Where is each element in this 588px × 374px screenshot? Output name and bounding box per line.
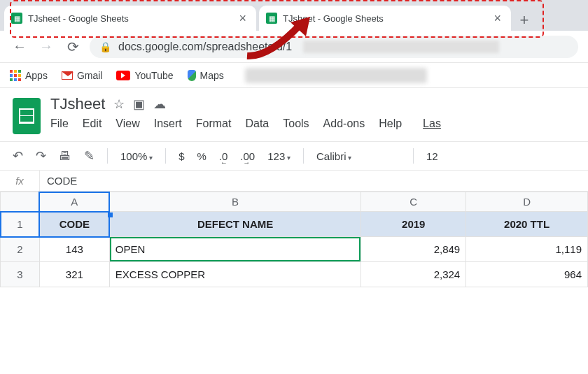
number-format-dropdown[interactable]: 123 bbox=[267, 150, 290, 162]
increase-decimal-button[interactable]: .00→ bbox=[240, 150, 255, 162]
menu-data[interactable]: Data bbox=[245, 117, 269, 130]
column-header[interactable]: D bbox=[466, 192, 588, 212]
reload-button[interactable]: ⟳ bbox=[63, 38, 83, 55]
fx-label: fx bbox=[0, 175, 39, 187]
browser-tab[interactable]: ▦ TJsheet - Google Sheets × bbox=[4, 6, 256, 31]
gmail-icon bbox=[62, 71, 73, 80]
menu-format[interactable]: Format bbox=[196, 117, 232, 130]
sheets-favicon-icon: ▦ bbox=[266, 13, 277, 24]
tab-title: TJsheet - Google Sheets bbox=[28, 13, 129, 24]
address-bar-row: ← → ⟳ 🔒 docs.google.com/spreadsheets/d/1 bbox=[0, 31, 588, 63]
menu-insert[interactable]: Insert bbox=[154, 117, 182, 130]
column-header[interactable]: C bbox=[361, 192, 466, 212]
tab-title: TJsheet - Google Sheets bbox=[283, 13, 384, 24]
formula-bar: fx CODE bbox=[0, 171, 588, 192]
row-header[interactable]: 3 bbox=[1, 262, 40, 287]
column-header[interactable]: B bbox=[109, 192, 361, 212]
cell[interactable]: 2019 bbox=[361, 212, 466, 237]
menu-bar: File Edit View Insert Format Data Tools … bbox=[50, 117, 575, 130]
last-edit-link[interactable]: Las bbox=[423, 117, 441, 130]
cell[interactable]: 964 bbox=[466, 262, 588, 287]
print-icon[interactable]: 🖶 bbox=[59, 149, 71, 164]
youtube-bookmark[interactable]: YouTube bbox=[116, 70, 173, 81]
apps-bookmark[interactable]: Apps bbox=[10, 70, 48, 81]
cell[interactable]: 2,849 bbox=[361, 237, 466, 262]
apps-icon bbox=[10, 70, 21, 81]
maps-icon bbox=[188, 70, 196, 81]
toolbar: ↶ ↷ 🖶 ✎ 100% $ % .0← .00→ 123 Calibri 12 bbox=[0, 141, 588, 171]
move-folder-icon[interactable]: ▣ bbox=[133, 96, 145, 112]
redo-icon[interactable]: ↷ bbox=[36, 148, 46, 164]
browser-tab-strip: ▦ TJsheet - Google Sheets × ▦ TJsheet - … bbox=[0, 0, 588, 31]
selection-handle[interactable] bbox=[108, 213, 113, 217]
font-size-input[interactable]: 12 bbox=[426, 150, 438, 162]
font-dropdown[interactable]: Calibri bbox=[316, 150, 400, 162]
formula-input[interactable]: CODE bbox=[40, 175, 77, 187]
address-bar[interactable]: 🔒 docs.google.com/spreadsheets/d/1 bbox=[90, 36, 578, 58]
url-text: docs.google.com/spreadsheets/d/1 bbox=[118, 41, 292, 53]
lock-icon: 🔒 bbox=[99, 41, 111, 52]
gmail-bookmark[interactable]: Gmail bbox=[62, 70, 103, 81]
cell[interactable]: 2020 TTL bbox=[466, 212, 588, 237]
maps-bookmark[interactable]: Maps bbox=[188, 70, 224, 81]
close-icon[interactable]: × bbox=[491, 11, 504, 26]
sheets-favicon-icon: ▦ bbox=[11, 13, 22, 24]
cell[interactable]: CODE bbox=[39, 212, 109, 237]
cell[interactable]: 143 bbox=[39, 237, 109, 262]
select-all-corner[interactable] bbox=[1, 192, 40, 212]
column-header[interactable]: A bbox=[39, 192, 109, 212]
table-row: 1 CODE DEFECT NAME 2019 2020 TTL bbox=[1, 212, 588, 237]
url-obscured bbox=[303, 41, 499, 53]
browser-tab[interactable]: ▦ TJsheet - Google Sheets × bbox=[259, 6, 511, 31]
bookmarks-obscured bbox=[245, 68, 427, 83]
spreadsheet-grid[interactable]: A B C D 1 CODE DEFECT NAME 2019 2020 TTL… bbox=[0, 192, 588, 287]
undo-icon[interactable]: ↶ bbox=[13, 148, 23, 164]
row-header[interactable]: 2 bbox=[1, 237, 40, 262]
row-header[interactable]: 1 bbox=[1, 212, 40, 237]
table-row: 3 321 EXCESS COPPER 2,324 964 bbox=[1, 262, 588, 287]
decrease-decimal-button[interactable]: .0← bbox=[219, 150, 228, 162]
menu-file[interactable]: File bbox=[50, 117, 69, 130]
cell[interactable]: EXCESS COPPER bbox=[109, 262, 361, 287]
cell[interactable]: 321 bbox=[39, 262, 109, 287]
cloud-status-icon[interactable]: ☁ bbox=[153, 96, 166, 112]
paint-format-icon[interactable]: ✎ bbox=[84, 148, 94, 164]
sheets-logo-icon[interactable] bbox=[13, 98, 41, 134]
menu-edit[interactable]: Edit bbox=[83, 117, 102, 130]
youtube-icon bbox=[116, 71, 130, 80]
bookmarks-bar: Apps Gmail YouTube Maps bbox=[0, 63, 588, 88]
close-icon[interactable]: × bbox=[236, 11, 249, 26]
forward-button[interactable]: → bbox=[36, 38, 56, 55]
cell[interactable]: 1,119 bbox=[466, 237, 588, 262]
star-icon[interactable]: ☆ bbox=[113, 96, 125, 112]
menu-addons[interactable]: Add-ons bbox=[323, 117, 365, 130]
menu-help[interactable]: Help bbox=[379, 117, 402, 130]
zoom-dropdown[interactable]: 100% bbox=[120, 150, 153, 162]
doc-title[interactable]: TJsheet bbox=[50, 95, 105, 113]
table-row: 2 143 OPEN 2,849 1,119 bbox=[1, 237, 588, 262]
menu-tools[interactable]: Tools bbox=[283, 117, 309, 130]
doc-header: TJsheet ☆ ▣ ☁ File Edit View Insert Form… bbox=[0, 88, 588, 138]
currency-button[interactable]: $ bbox=[178, 150, 184, 162]
menu-view[interactable]: View bbox=[115, 117, 139, 130]
cell[interactable]: 2,324 bbox=[361, 262, 466, 287]
cell-active[interactable]: OPEN bbox=[109, 237, 361, 262]
percent-button[interactable]: % bbox=[197, 150, 206, 162]
cell[interactable]: DEFECT NAME bbox=[109, 212, 361, 237]
back-button[interactable]: ← bbox=[10, 38, 29, 55]
new-tab-button[interactable]: + bbox=[514, 10, 535, 31]
